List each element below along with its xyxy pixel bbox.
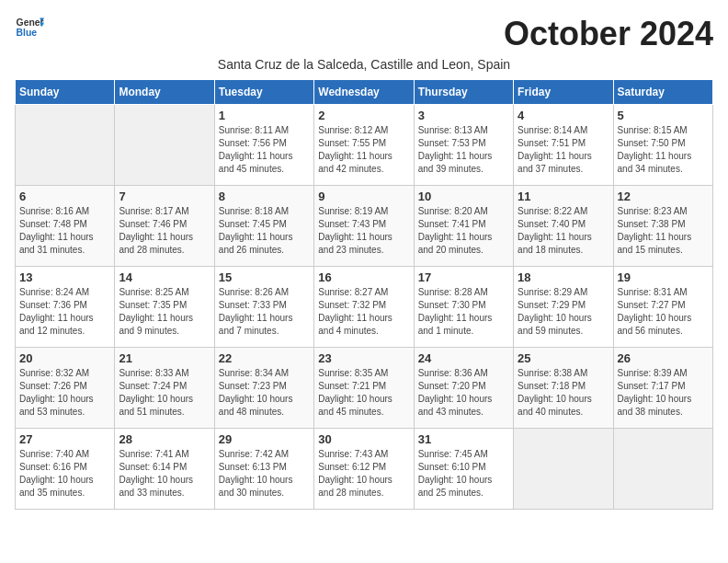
day-number: 26 bbox=[618, 351, 709, 365]
day-detail: Sunrise: 8:12 AM Sunset: 7:55 PM Dayligh… bbox=[318, 124, 409, 176]
calendar-cell: 24Sunrise: 8:36 AM Sunset: 7:20 PM Dayli… bbox=[414, 348, 513, 429]
day-number: 13 bbox=[19, 270, 110, 284]
calendar-cell: 4Sunrise: 8:14 AM Sunset: 7:51 PM Daylig… bbox=[514, 105, 613, 186]
weekday-header-cell: Sunday bbox=[16, 80, 115, 105]
day-number: 5 bbox=[618, 109, 709, 122]
calendar-week-row: 27Sunrise: 7:40 AM Sunset: 6:16 PM Dayli… bbox=[16, 429, 713, 510]
calendar-cell: 18Sunrise: 8:29 AM Sunset: 7:29 PM Dayli… bbox=[514, 267, 613, 348]
day-detail: Sunrise: 8:32 AM Sunset: 7:26 PM Dayligh… bbox=[19, 367, 110, 419]
day-detail: Sunrise: 8:27 AM Sunset: 7:32 PM Dayligh… bbox=[318, 286, 409, 338]
day-number: 23 bbox=[318, 351, 409, 365]
day-number: 16 bbox=[318, 270, 409, 284]
day-number: 7 bbox=[119, 190, 210, 203]
calendar-week-row: 6Sunrise: 8:16 AM Sunset: 7:48 PM Daylig… bbox=[16, 186, 713, 267]
day-detail: Sunrise: 8:14 AM Sunset: 7:51 PM Dayligh… bbox=[518, 124, 609, 176]
calendar-cell: 11Sunrise: 8:22 AM Sunset: 7:40 PM Dayli… bbox=[514, 186, 613, 267]
day-detail: Sunrise: 8:25 AM Sunset: 7:35 PM Dayligh… bbox=[119, 286, 210, 338]
day-detail: Sunrise: 8:34 AM Sunset: 7:23 PM Dayligh… bbox=[219, 367, 310, 419]
day-detail: Sunrise: 8:24 AM Sunset: 7:36 PM Dayligh… bbox=[19, 286, 110, 338]
weekday-header-cell: Friday bbox=[514, 80, 613, 105]
page-header: General Blue October 2024 bbox=[15, 15, 713, 53]
day-number: 18 bbox=[518, 270, 609, 284]
weekday-header-cell: Monday bbox=[115, 80, 214, 105]
calendar-week-row: 1Sunrise: 8:11 AM Sunset: 7:56 PM Daylig… bbox=[16, 105, 713, 186]
day-number: 2 bbox=[318, 109, 409, 122]
calendar-cell: 22Sunrise: 8:34 AM Sunset: 7:23 PM Dayli… bbox=[214, 348, 313, 429]
day-number: 31 bbox=[418, 432, 509, 446]
day-detail: Sunrise: 8:13 AM Sunset: 7:53 PM Dayligh… bbox=[418, 124, 509, 176]
calendar-cell: 31Sunrise: 7:45 AM Sunset: 6:10 PM Dayli… bbox=[414, 429, 513, 510]
weekday-header-row: SundayMondayTuesdayWednesdayThursdayFrid… bbox=[16, 80, 713, 105]
day-detail: Sunrise: 8:23 AM Sunset: 7:38 PM Dayligh… bbox=[618, 205, 709, 257]
day-number: 21 bbox=[119, 351, 210, 365]
day-detail: Sunrise: 8:28 AM Sunset: 7:30 PM Dayligh… bbox=[418, 286, 509, 338]
day-number: 3 bbox=[418, 109, 509, 122]
calendar-cell: 30Sunrise: 7:43 AM Sunset: 6:12 PM Dayli… bbox=[314, 429, 414, 510]
day-number: 15 bbox=[219, 270, 310, 284]
day-number: 30 bbox=[318, 432, 409, 446]
calendar-cell: 21Sunrise: 8:33 AM Sunset: 7:24 PM Dayli… bbox=[115, 348, 214, 429]
calendar-cell: 1Sunrise: 8:11 AM Sunset: 7:56 PM Daylig… bbox=[214, 105, 313, 186]
calendar-cell: 5Sunrise: 8:15 AM Sunset: 7:50 PM Daylig… bbox=[613, 105, 712, 186]
day-detail: Sunrise: 8:16 AM Sunset: 7:48 PM Dayligh… bbox=[19, 205, 110, 257]
calendar-table: SundayMondayTuesdayWednesdayThursdayFrid… bbox=[15, 79, 713, 510]
day-detail: Sunrise: 8:22 AM Sunset: 7:40 PM Dayligh… bbox=[518, 205, 609, 257]
logo: General Blue bbox=[15, 15, 44, 40]
calendar-cell: 13Sunrise: 8:24 AM Sunset: 7:36 PM Dayli… bbox=[16, 267, 115, 348]
day-detail: Sunrise: 8:39 AM Sunset: 7:17 PM Dayligh… bbox=[618, 367, 709, 419]
calendar-cell: 25Sunrise: 8:38 AM Sunset: 7:18 PM Dayli… bbox=[514, 348, 613, 429]
day-number: 19 bbox=[618, 270, 709, 284]
calendar-cell: 20Sunrise: 8:32 AM Sunset: 7:26 PM Dayli… bbox=[16, 348, 115, 429]
calendar-cell: 8Sunrise: 8:18 AM Sunset: 7:45 PM Daylig… bbox=[214, 186, 313, 267]
svg-text:General: General bbox=[17, 17, 44, 28]
day-detail: Sunrise: 8:31 AM Sunset: 7:27 PM Dayligh… bbox=[618, 286, 709, 338]
calendar-cell: 17Sunrise: 8:28 AM Sunset: 7:30 PM Dayli… bbox=[414, 267, 513, 348]
calendar-cell: 2Sunrise: 8:12 AM Sunset: 7:55 PM Daylig… bbox=[314, 105, 414, 186]
day-number: 17 bbox=[418, 270, 509, 284]
calendar-cell: 12Sunrise: 8:23 AM Sunset: 7:38 PM Dayli… bbox=[613, 186, 712, 267]
calendar-cell: 9Sunrise: 8:19 AM Sunset: 7:43 PM Daylig… bbox=[314, 186, 414, 267]
day-detail: Sunrise: 8:18 AM Sunset: 7:45 PM Dayligh… bbox=[219, 205, 310, 257]
day-number: 10 bbox=[418, 190, 509, 203]
calendar-cell: 27Sunrise: 7:40 AM Sunset: 6:16 PM Dayli… bbox=[16, 429, 115, 510]
weekday-header-cell: Thursday bbox=[414, 80, 513, 105]
day-detail: Sunrise: 7:42 AM Sunset: 6:13 PM Dayligh… bbox=[219, 448, 310, 500]
day-detail: Sunrise: 8:29 AM Sunset: 7:29 PM Dayligh… bbox=[518, 286, 609, 338]
calendar-cell bbox=[115, 105, 214, 186]
day-detail: Sunrise: 8:11 AM Sunset: 7:56 PM Dayligh… bbox=[219, 124, 310, 176]
calendar-cell: 19Sunrise: 8:31 AM Sunset: 7:27 PM Dayli… bbox=[613, 267, 712, 348]
calendar-cell: 10Sunrise: 8:20 AM Sunset: 7:41 PM Dayli… bbox=[414, 186, 513, 267]
calendar-cell bbox=[16, 105, 115, 186]
day-number: 28 bbox=[119, 432, 210, 446]
day-detail: Sunrise: 8:38 AM Sunset: 7:18 PM Dayligh… bbox=[518, 367, 609, 419]
day-detail: Sunrise: 8:33 AM Sunset: 7:24 PM Dayligh… bbox=[119, 367, 210, 419]
day-detail: Sunrise: 8:15 AM Sunset: 7:50 PM Dayligh… bbox=[618, 124, 709, 176]
calendar-cell: 3Sunrise: 8:13 AM Sunset: 7:53 PM Daylig… bbox=[414, 105, 513, 186]
day-number: 8 bbox=[219, 190, 310, 203]
logo-icon: General Blue bbox=[15, 15, 44, 40]
calendar-cell: 16Sunrise: 8:27 AM Sunset: 7:32 PM Dayli… bbox=[314, 267, 414, 348]
calendar-week-row: 13Sunrise: 8:24 AM Sunset: 7:36 PM Dayli… bbox=[16, 267, 713, 348]
day-detail: Sunrise: 7:41 AM Sunset: 6:14 PM Dayligh… bbox=[119, 448, 210, 500]
day-detail: Sunrise: 8:35 AM Sunset: 7:21 PM Dayligh… bbox=[318, 367, 409, 419]
day-detail: Sunrise: 8:19 AM Sunset: 7:43 PM Dayligh… bbox=[318, 205, 409, 257]
calendar-cell: 23Sunrise: 8:35 AM Sunset: 7:21 PM Dayli… bbox=[314, 348, 414, 429]
calendar-cell: 28Sunrise: 7:41 AM Sunset: 6:14 PM Dayli… bbox=[115, 429, 214, 510]
day-number: 25 bbox=[518, 351, 609, 365]
day-detail: Sunrise: 8:36 AM Sunset: 7:20 PM Dayligh… bbox=[418, 367, 509, 419]
calendar-cell: 15Sunrise: 8:26 AM Sunset: 7:33 PM Dayli… bbox=[214, 267, 313, 348]
weekday-header-cell: Saturday bbox=[613, 80, 712, 105]
day-number: 12 bbox=[618, 190, 709, 203]
day-number: 14 bbox=[119, 270, 210, 284]
day-number: 11 bbox=[518, 190, 609, 203]
weekday-header-cell: Wednesday bbox=[314, 80, 414, 105]
day-number: 22 bbox=[219, 351, 310, 365]
day-detail: Sunrise: 7:40 AM Sunset: 6:16 PM Dayligh… bbox=[19, 448, 110, 500]
day-number: 20 bbox=[19, 351, 110, 365]
day-detail: Sunrise: 8:17 AM Sunset: 7:46 PM Dayligh… bbox=[119, 205, 210, 257]
day-number: 4 bbox=[518, 109, 609, 122]
calendar-cell: 14Sunrise: 8:25 AM Sunset: 7:35 PM Dayli… bbox=[115, 267, 214, 348]
day-number: 1 bbox=[219, 109, 310, 122]
calendar-cell: 26Sunrise: 8:39 AM Sunset: 7:17 PM Dayli… bbox=[613, 348, 712, 429]
day-detail: Sunrise: 8:26 AM Sunset: 7:33 PM Dayligh… bbox=[219, 286, 310, 338]
